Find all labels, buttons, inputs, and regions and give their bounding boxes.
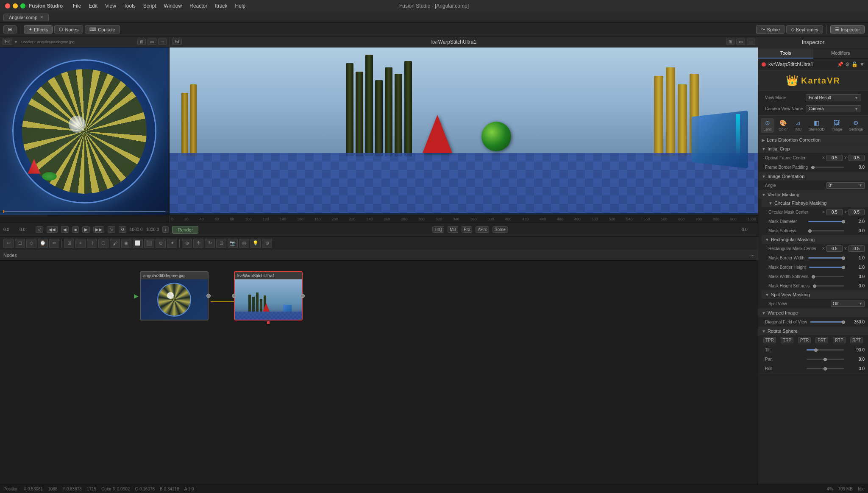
menu-tools[interactable]: Tools	[120, 3, 139, 9]
rtp-btn[interactable]: RTP	[833, 337, 846, 343]
tilt-handle[interactable]	[814, 348, 818, 352]
node-angular[interactable]: angular360degree.jpg	[140, 271, 209, 320]
menu-file[interactable]: File	[70, 3, 84, 9]
tool-eraser[interactable]: ⬜	[133, 239, 143, 248]
tool-fill[interactable]: ⬛	[144, 239, 154, 248]
menu-edit[interactable]: Edit	[85, 3, 101, 9]
prx-btn[interactable]: Prx	[462, 226, 472, 233]
mbw-handle[interactable]	[842, 256, 845, 260]
tool-camera[interactable]: 📷	[228, 239, 238, 248]
image-orientation-header[interactable]: ▼ Image Orientation	[758, 172, 868, 181]
fit-dropdown-left[interactable]: Fit	[3, 39, 12, 45]
tool-clone[interactable]: ⊕	[156, 239, 166, 248]
mws-slider[interactable]	[812, 276, 844, 277]
node-settings-icon[interactable]: ⚙	[845, 61, 850, 67]
node-chevron-icon[interactable]: ▼	[860, 61, 865, 67]
left-viewer[interactable]	[0, 47, 170, 215]
right-view-options[interactable]: ⊞	[726, 39, 734, 45]
aprx-btn[interactable]: APrx	[476, 226, 489, 233]
view-more-btn[interactable]: ···	[158, 39, 167, 45]
render-button[interactable]: Render	[172, 226, 198, 234]
tool-rect-select[interactable]: ⊡	[15, 239, 25, 248]
roll-handle[interactable]	[823, 367, 827, 370]
prt-btn[interactable]: PRT	[815, 337, 828, 343]
nodes-menu[interactable]: ···	[751, 253, 754, 258]
play-fwd-btn[interactable]: ▶	[82, 226, 90, 233]
warped-image-header[interactable]: ▼ Warped Image	[758, 309, 868, 317]
loop-btn[interactable]: ↺	[119, 226, 126, 233]
minimize-button[interactable]	[13, 3, 18, 8]
rotate-sphere-header[interactable]: ▼ Rotate Sphere	[758, 327, 868, 335]
tab-lens[interactable]: ⊙ Lens	[761, 118, 774, 133]
mws-handle[interactable]	[812, 275, 815, 279]
tool-connect[interactable]: ⌖	[75, 239, 86, 248]
mask-softness-slider[interactable]	[808, 230, 845, 231]
right-view-mode[interactable]: ▭	[736, 39, 745, 45]
tool-scale[interactable]: ⊡	[216, 239, 226, 248]
tool-path[interactable]: ⌇	[87, 239, 97, 248]
ptr-btn[interactable]: PTR	[798, 337, 811, 343]
tool-rotate-3d[interactable]: ↻	[205, 239, 215, 248]
menu-script[interactable]: Script	[140, 3, 160, 9]
view-mode-dropdown[interactable]: Final Result ▼	[806, 94, 861, 101]
tab-image[interactable]: 🖼 Image	[829, 118, 845, 133]
modifiers-tab[interactable]: Modifiers	[813, 48, 868, 58]
tool-target[interactable]: ◎	[239, 239, 249, 248]
maximize-button[interactable]	[20, 3, 25, 8]
mask-diameter-slider[interactable]	[808, 221, 845, 222]
tab-settings[interactable]: ⚙ Settings	[846, 118, 865, 133]
spline-button[interactable]: 〜 Spline	[756, 25, 785, 34]
mbh-slider[interactable]	[809, 267, 844, 268]
menu-ftrack[interactable]: ftrack	[211, 3, 231, 9]
tool-light[interactable]: 💡	[250, 239, 261, 248]
keyframes-button[interactable]: ◇ Keyframes	[786, 25, 823, 33]
angle-dropdown[interactable]: 0° ▼	[826, 182, 865, 189]
next-frame-btn[interactable]: ▷	[108, 226, 115, 233]
step-back-btn[interactable]: ◀◀	[47, 226, 58, 233]
split-view-dropdown[interactable]: Off ▼	[831, 301, 865, 307]
initial-crop-header[interactable]: ▼ Initial Crop	[758, 145, 868, 153]
menu-window[interactable]: Window	[161, 3, 186, 9]
tool-arrow[interactable]: ↩	[3, 239, 14, 248]
vector-masking-header[interactable]: ▼ Vector Masking	[758, 190, 868, 199]
mb-btn[interactable]: MB	[448, 226, 458, 233]
fit-dropdown-right[interactable]: Fit	[172, 39, 182, 45]
lens-distortion-header[interactable]: ▶ Lens Distortion Correction	[758, 136, 868, 144]
some-btn[interactable]: Some	[492, 226, 508, 233]
play-back-btn[interactable]: ◀	[61, 226, 69, 233]
tool-move[interactable]: ✛	[193, 239, 203, 248]
node-lock-icon[interactable]: 🔓	[851, 61, 858, 67]
trp-btn[interactable]: TRP	[781, 337, 793, 343]
tool-poly[interactable]: ⬡	[98, 239, 108, 248]
right-view-more[interactable]: ···	[747, 39, 755, 45]
tool-annotation[interactable]: ✏	[49, 239, 59, 248]
pan-handle[interactable]	[823, 358, 827, 361]
mhs-slider[interactable]	[813, 285, 844, 287]
tab-stereo3d[interactable]: ◧ Stereo3D	[806, 118, 827, 133]
roll-slider[interactable]	[807, 368, 845, 369]
split-view-header[interactable]: ▼ Split View Masking	[762, 290, 868, 299]
dfov-slider[interactable]	[810, 321, 844, 323]
mhs-handle[interactable]	[813, 284, 816, 288]
tpr-btn[interactable]: TPR	[763, 337, 776, 343]
hiq-btn[interactable]: HIQ	[432, 226, 444, 233]
step-fwd-btn[interactable]: ▶▶	[93, 226, 104, 233]
pan-slider[interactable]	[807, 359, 845, 360]
prev-frame-btn[interactable]: ◁	[36, 226, 43, 233]
mask-diam-handle[interactable]	[842, 220, 845, 223]
rect-x-input[interactable]	[826, 245, 843, 252]
node-pin-icon[interactable]: 📌	[837, 61, 843, 67]
node-kvrwarp[interactable]: kvrWarpStitchUltra1	[234, 271, 303, 320]
border-padding-slider[interactable]	[811, 167, 844, 168]
menu-view[interactable]: View	[102, 3, 120, 9]
tab-imu[interactable]: ⊿ IMU	[792, 118, 804, 133]
tilt-slider[interactable]	[807, 349, 845, 351]
tools-tab[interactable]: Tools	[758, 48, 813, 58]
tool-keyframe[interactable]: ◇	[26, 239, 36, 248]
mask-soft-handle[interactable]	[808, 229, 812, 233]
stop-btn[interactable]: ■	[72, 226, 79, 233]
rect-y-input[interactable]	[849, 245, 865, 252]
tool-transform[interactable]: ⊘	[182, 239, 192, 248]
console-button[interactable]: ⌨ Console	[85, 25, 120, 33]
optical-y-input[interactable]	[849, 155, 865, 161]
